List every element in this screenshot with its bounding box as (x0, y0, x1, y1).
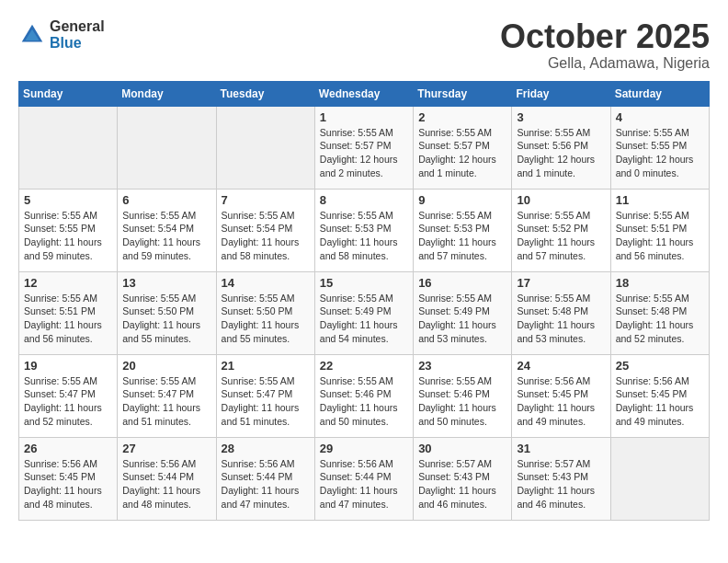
calendar-cell: 2 Sunrise: 5:55 AMSunset: 5:57 PMDayligh… (414, 106, 512, 189)
day-info: Sunrise: 5:55 AMSunset: 5:47 PMDaylight:… (222, 375, 300, 427)
day-info: Sunrise: 5:55 AMSunset: 5:49 PMDaylight:… (418, 293, 496, 344)
calendar-cell: 19 Sunrise: 5:55 AMSunset: 5:47 PMDaylig… (19, 354, 118, 437)
day-number: 28 (222, 442, 310, 455)
logo-text: General Blue (50, 18, 105, 51)
day-info: Sunrise: 5:55 AMSunset: 5:46 PMDaylight:… (320, 375, 398, 427)
weekday-header-sunday: Sunday (19, 81, 118, 106)
day-number: 1 (320, 110, 408, 124)
calendar-cell: 21 Sunrise: 5:55 AMSunset: 5:47 PMDaylig… (216, 354, 314, 437)
day-info: Sunrise: 5:55 AMSunset: 5:46 PMDaylight:… (418, 375, 496, 427)
weekday-header-thursday: Thursday (414, 81, 512, 106)
day-number: 11 (616, 193, 704, 207)
calendar-table: SundayMondayTuesdayWednesdayThursdayFrid… (18, 81, 710, 521)
weekday-header-row: SundayMondayTuesdayWednesdayThursdayFrid… (19, 81, 710, 106)
calendar-cell: 14 Sunrise: 5:55 AMSunset: 5:50 PMDaylig… (216, 271, 314, 354)
day-info: Sunrise: 5:55 AMSunset: 5:53 PMDaylight:… (320, 210, 398, 261)
day-info: Sunrise: 5:56 AMSunset: 5:44 PMDaylight:… (122, 458, 200, 510)
weekday-header-saturday: Saturday (610, 81, 709, 106)
day-info: Sunrise: 5:55 AMSunset: 5:47 PMDaylight:… (122, 375, 200, 427)
day-info: Sunrise: 5:55 AMSunset: 5:57 PMDaylight:… (320, 127, 398, 178)
day-info: Sunrise: 5:55 AMSunset: 5:50 PMDaylight:… (122, 293, 200, 344)
day-number: 24 (517, 359, 605, 373)
calendar-week-2: 5 Sunrise: 5:55 AMSunset: 5:55 PMDayligh… (19, 189, 710, 271)
day-info: Sunrise: 5:56 AMSunset: 5:45 PMDaylight:… (517, 375, 595, 427)
weekday-header-friday: Friday (512, 81, 610, 106)
page-header: General Blue October 2025 Gella, Adamawa… (18, 18, 710, 72)
calendar-cell: 15 Sunrise: 5:55 AMSunset: 5:49 PMDaylig… (314, 271, 413, 354)
day-info: Sunrise: 5:56 AMSunset: 5:45 PMDaylight:… (616, 375, 694, 427)
day-number: 16 (418, 276, 506, 290)
day-number: 5 (24, 193, 112, 207)
calendar-cell: 6 Sunrise: 5:55 AMSunset: 5:54 PMDayligh… (118, 189, 216, 271)
calendar-cell: 30 Sunrise: 5:57 AMSunset: 5:43 PMDaylig… (414, 437, 512, 520)
calendar-cell: 17 Sunrise: 5:55 AMSunset: 5:48 PMDaylig… (512, 271, 610, 354)
day-info: Sunrise: 5:56 AMSunset: 5:45 PMDaylight:… (24, 458, 102, 510)
day-number: 12 (24, 276, 112, 290)
day-number: 8 (320, 193, 408, 207)
calendar-cell (216, 106, 314, 189)
calendar-cell: 8 Sunrise: 5:55 AMSunset: 5:53 PMDayligh… (314, 189, 413, 271)
calendar-cell: 1 Sunrise: 5:55 AMSunset: 5:57 PMDayligh… (314, 106, 413, 189)
calendar-week-1: 1 Sunrise: 5:55 AMSunset: 5:57 PMDayligh… (19, 106, 710, 189)
day-number: 27 (122, 442, 210, 455)
calendar-cell: 16 Sunrise: 5:55 AMSunset: 5:49 PMDaylig… (414, 271, 512, 354)
calendar-cell: 13 Sunrise: 5:55 AMSunset: 5:50 PMDaylig… (118, 271, 216, 354)
day-info: Sunrise: 5:55 AMSunset: 5:50 PMDaylight:… (222, 293, 300, 344)
calendar-cell: 3 Sunrise: 5:55 AMSunset: 5:56 PMDayligh… (512, 106, 610, 189)
page-title: October 2025 (500, 18, 710, 55)
day-number: 19 (24, 359, 112, 373)
calendar-cell (610, 437, 709, 520)
day-info: Sunrise: 5:55 AMSunset: 5:47 PMDaylight:… (24, 375, 102, 427)
day-number: 4 (616, 110, 704, 124)
day-number: 21 (222, 359, 310, 373)
calendar-cell: 11 Sunrise: 5:55 AMSunset: 5:51 PMDaylig… (610, 189, 709, 271)
calendar-cell: 12 Sunrise: 5:55 AMSunset: 5:51 PMDaylig… (19, 271, 118, 354)
day-info: Sunrise: 5:55 AMSunset: 5:49 PMDaylight:… (320, 293, 398, 344)
day-number: 25 (616, 359, 704, 373)
day-number: 20 (122, 359, 210, 373)
day-info: Sunrise: 5:55 AMSunset: 5:55 PMDaylight:… (616, 127, 694, 178)
calendar-cell: 29 Sunrise: 5:56 AMSunset: 5:44 PMDaylig… (314, 437, 413, 520)
day-info: Sunrise: 5:57 AMSunset: 5:43 PMDaylight:… (418, 458, 496, 510)
day-info: Sunrise: 5:55 AMSunset: 5:54 PMDaylight:… (222, 210, 300, 261)
day-number: 30 (418, 442, 506, 455)
day-number: 15 (320, 276, 408, 290)
day-number: 23 (418, 359, 506, 373)
calendar-cell: 20 Sunrise: 5:55 AMSunset: 5:47 PMDaylig… (118, 354, 216, 437)
logo-blue: Blue (50, 35, 105, 52)
day-info: Sunrise: 5:55 AMSunset: 5:48 PMDaylight:… (517, 293, 595, 344)
calendar-cell: 31 Sunrise: 5:57 AMSunset: 5:43 PMDaylig… (512, 437, 610, 520)
calendar-cell: 5 Sunrise: 5:55 AMSunset: 5:55 PMDayligh… (19, 189, 118, 271)
calendar-week-3: 12 Sunrise: 5:55 AMSunset: 5:51 PMDaylig… (19, 271, 710, 354)
day-info: Sunrise: 5:55 AMSunset: 5:51 PMDaylight:… (616, 210, 694, 261)
calendar-week-5: 26 Sunrise: 5:56 AMSunset: 5:45 PMDaylig… (19, 437, 710, 520)
calendar-cell: 26 Sunrise: 5:56 AMSunset: 5:45 PMDaylig… (19, 437, 118, 520)
calendar-cell: 24 Sunrise: 5:56 AMSunset: 5:45 PMDaylig… (512, 354, 610, 437)
weekday-header-wednesday: Wednesday (314, 81, 413, 106)
calendar-cell (118, 106, 216, 189)
day-info: Sunrise: 5:56 AMSunset: 5:44 PMDaylight:… (222, 458, 300, 510)
day-info: Sunrise: 5:55 AMSunset: 5:48 PMDaylight:… (616, 293, 694, 344)
calendar-cell: 22 Sunrise: 5:55 AMSunset: 5:46 PMDaylig… (314, 354, 413, 437)
calendar-cell: 23 Sunrise: 5:55 AMSunset: 5:46 PMDaylig… (414, 354, 512, 437)
logo-icon (18, 21, 46, 49)
day-info: Sunrise: 5:55 AMSunset: 5:52 PMDaylight:… (517, 210, 595, 261)
page-subtitle: Gella, Adamawa, Nigeria (500, 55, 710, 72)
calendar-cell: 25 Sunrise: 5:56 AMSunset: 5:45 PMDaylig… (610, 354, 709, 437)
day-number: 29 (320, 442, 408, 455)
day-number: 22 (320, 359, 408, 373)
day-number: 14 (222, 276, 310, 290)
calendar-cell (19, 106, 118, 189)
day-number: 7 (222, 193, 310, 207)
calendar-cell: 7 Sunrise: 5:55 AMSunset: 5:54 PMDayligh… (216, 189, 314, 271)
day-number: 3 (517, 110, 605, 124)
calendar-cell: 9 Sunrise: 5:55 AMSunset: 5:53 PMDayligh… (414, 189, 512, 271)
day-number: 31 (517, 442, 605, 455)
day-number: 10 (517, 193, 605, 207)
calendar-cell: 4 Sunrise: 5:55 AMSunset: 5:55 PMDayligh… (610, 106, 709, 189)
title-block: October 2025 Gella, Adamawa, Nigeria (500, 18, 710, 72)
day-number: 18 (616, 276, 704, 290)
day-info: Sunrise: 5:57 AMSunset: 5:43 PMDaylight:… (517, 458, 595, 510)
calendar-cell: 28 Sunrise: 5:56 AMSunset: 5:44 PMDaylig… (216, 437, 314, 520)
day-number: 6 (122, 193, 210, 207)
